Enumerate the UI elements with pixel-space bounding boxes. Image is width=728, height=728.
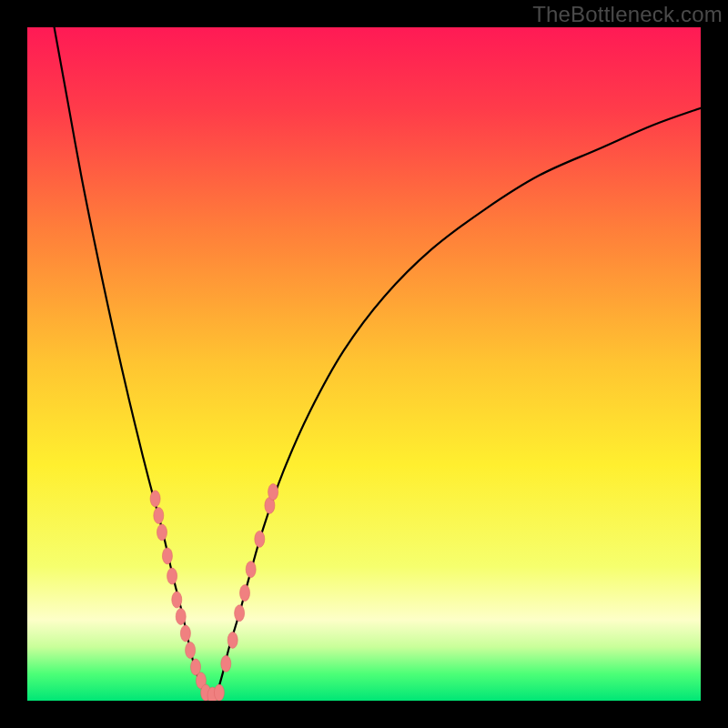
chart-frame: TheBottleneck.com bbox=[0, 0, 728, 728]
marker-ellipse bbox=[214, 684, 224, 701]
marker-ellipse bbox=[255, 531, 265, 547]
marker-ellipse bbox=[157, 524, 167, 541]
marker-ellipse bbox=[162, 548, 172, 564]
marker-ellipse bbox=[172, 592, 182, 608]
marker-ellipse bbox=[167, 568, 177, 584]
marker-ellipse bbox=[150, 490, 160, 507]
marker-ellipse bbox=[246, 561, 256, 578]
marker-ellipse bbox=[235, 605, 245, 622]
marker-ellipse bbox=[221, 655, 231, 672]
marker-ellipse bbox=[240, 585, 250, 602]
marker-ellipse bbox=[186, 642, 196, 659]
marker-ellipse bbox=[228, 632, 238, 648]
marker-ellipse bbox=[180, 625, 190, 642]
marker-ellipse bbox=[268, 484, 278, 500]
plot-background bbox=[27, 27, 701, 701]
marker-ellipse bbox=[176, 609, 186, 625]
plot-svg bbox=[27, 27, 701, 701]
marker-ellipse bbox=[154, 508, 164, 524]
watermark-text: TheBottleneck.com bbox=[532, 2, 723, 27]
